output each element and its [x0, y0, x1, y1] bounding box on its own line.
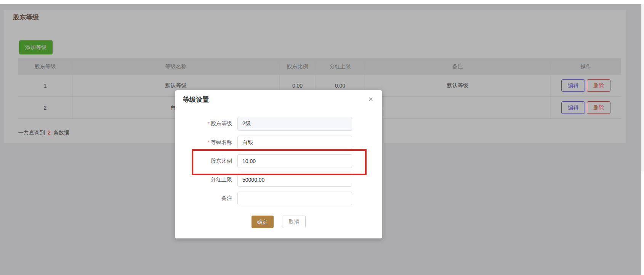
scrollbar[interactable]: [641, 4, 644, 171]
field-label: *股东等级: [175, 120, 237, 127]
field-remark: 备注: [175, 192, 382, 205]
dialog-body: *股东等级 *等级名称 股东比例 分红上限 备注 确定 取消: [175, 108, 382, 228]
field-label: 股东比例: [175, 158, 237, 165]
dividend-cap-input[interactable]: [237, 173, 352, 187]
field-label: *等级名称: [175, 139, 237, 146]
shareholder-ratio-input[interactable]: [237, 154, 352, 168]
field-shareholder-level: *股东等级: [175, 117, 382, 131]
dialog-header: 等级设置 ×: [175, 90, 382, 108]
remark-input[interactable]: [237, 192, 352, 205]
dialog-title: 等级设置: [183, 95, 209, 104]
field-shareholder-ratio: 股东比例: [175, 154, 382, 168]
field-label: 分红上限: [175, 176, 237, 183]
shareholder-level-input[interactable]: [237, 117, 352, 131]
cancel-button[interactable]: 取消: [282, 216, 306, 228]
confirm-button[interactable]: 确定: [252, 216, 274, 228]
required-mark: *: [208, 121, 210, 126]
level-settings-dialog: 等级设置 × *股东等级 *等级名称 股东比例 分红上限 备注 确定 取消: [175, 90, 382, 238]
level-name-input[interactable]: [237, 136, 352, 149]
close-icon[interactable]: ×: [366, 94, 376, 104]
field-dividend-cap: 分红上限: [175, 173, 382, 187]
dialog-footer: 确定 取消: [175, 216, 382, 228]
field-label: 备注: [175, 195, 237, 202]
field-level-name: *等级名称: [175, 136, 382, 149]
required-mark: *: [208, 139, 210, 145]
